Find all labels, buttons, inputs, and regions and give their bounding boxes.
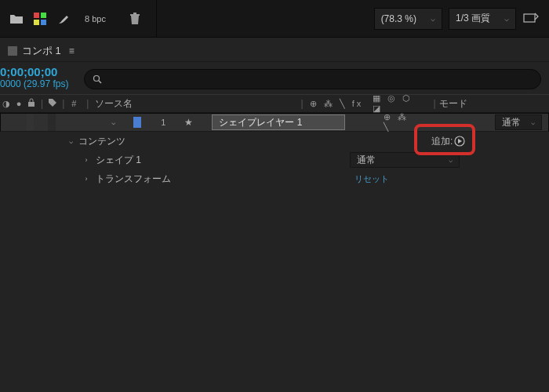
brush-icon[interactable]	[56, 12, 71, 26]
tab-comp[interactable]: コンポ 1	[22, 44, 61, 58]
shape-twirl[interactable]: ›	[82, 156, 91, 164]
zoom-select[interactable]: (78.3 %) ⌵	[374, 8, 442, 30]
svg-line-6	[99, 81, 101, 83]
chevron-down-icon: ⌵	[431, 14, 435, 23]
red-highlight-box	[414, 124, 475, 155]
svg-rect-7	[28, 102, 35, 107]
timecode-sub: 0000 (29.97 fps)	[0, 78, 68, 89]
bit-depth-label[interactable]: 8 bpc	[80, 14, 111, 24]
svg-rect-0	[34, 13, 39, 18]
transform-label: トランスフォーム	[91, 172, 354, 186]
svg-rect-1	[41, 13, 46, 18]
color-grid-icon[interactable]	[33, 12, 47, 26]
timecode[interactable]: 0;00;00;00	[0, 65, 68, 78]
contents-twirl[interactable]: ⌵	[66, 137, 75, 145]
chevron-down-icon: ⌵	[504, 14, 509, 23]
hash-col: #	[67, 99, 80, 108]
trash-icon[interactable]	[128, 12, 142, 26]
source-name-col[interactable]: ソース名	[95, 97, 297, 111]
solo-toggle[interactable]	[48, 114, 56, 131]
lock-toggle[interactable]	[70, 114, 78, 131]
layer-twirl[interactable]: ⌵	[110, 118, 116, 126]
lock-icon[interactable]	[25, 98, 38, 109]
chevron-down-icon: ⌵	[449, 156, 453, 164]
switch-col-icons: ⊕ ⁂ ╲ fx	[307, 99, 369, 109]
av-toggle[interactable]	[27, 114, 35, 131]
resolution-value: 1/3 画質	[456, 12, 490, 25]
svg-point-5	[94, 76, 100, 82]
folder-icon[interactable]	[9, 12, 24, 26]
mode-col[interactable]: モード	[439, 97, 467, 111]
blend-mode-select[interactable]: 通常 ⌵	[495, 114, 542, 130]
external-monitor-icon[interactable]	[522, 10, 540, 27]
shy-icon[interactable]: ◑	[0, 99, 13, 109]
contents-label: コンテンツ	[75, 135, 125, 148]
eye-icon[interactable]: ●	[13, 99, 25, 108]
switch-col-icons2: ▦ ◎ ⬡ ◪	[369, 93, 431, 114]
switches[interactable]: ⊕ ⁂ ╲	[380, 112, 415, 132]
chevron-down-icon: ⌵	[531, 118, 535, 126]
zoom-value: (78.3 %)	[381, 13, 416, 24]
svg-rect-4	[524, 14, 535, 22]
transform-twirl[interactable]: ›	[82, 175, 91, 183]
layer-name-field[interactable]: シェイプレイヤー 1	[212, 114, 345, 130]
tab-menu-icon[interactable]: ≡	[69, 45, 75, 56]
shape-label: シェイプ 1	[91, 154, 350, 167]
resolution-select[interactable]: 1/3 画質 ⌵	[449, 8, 516, 30]
label-swatch[interactable]	[133, 117, 141, 128]
star-icon: ★	[180, 117, 198, 128]
comp-icon	[8, 46, 17, 56]
svg-rect-3	[41, 20, 46, 25]
search-input[interactable]	[84, 69, 541, 89]
layer-num: 1	[158, 118, 166, 127]
reset-link[interactable]: リセット	[354, 173, 389, 185]
timeline-empty-area	[0, 188, 549, 392]
label-icon[interactable]	[46, 98, 59, 109]
svg-rect-2	[34, 20, 39, 25]
